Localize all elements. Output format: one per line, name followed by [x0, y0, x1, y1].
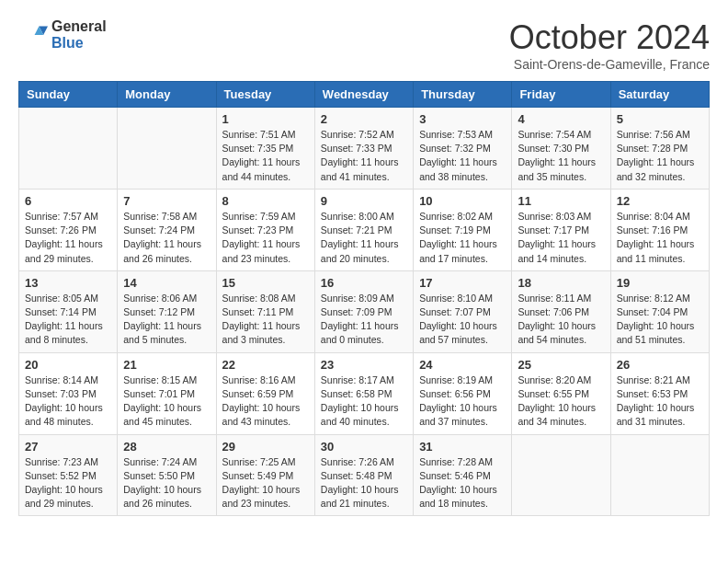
day-info: Sunrise: 7:58 AMSunset: 7:24 PMDaylight:… — [123, 210, 210, 266]
calendar-cell: 11Sunrise: 8:03 AMSunset: 7:17 PMDayligh… — [512, 189, 610, 270]
day-info: Sunrise: 7:52 AMSunset: 7:33 PMDaylight:… — [321, 128, 407, 184]
day-info: Sunrise: 8:16 AMSunset: 6:59 PMDaylight:… — [222, 373, 309, 430]
day-info: Sunrise: 7:24 AMSunset: 5:50 PMDaylight:… — [123, 455, 210, 511]
day-info: Sunrise: 7:25 AMSunset: 5:49 PMDaylight:… — [222, 455, 309, 511]
title-block: October 2024 Saint-Orens-de-Gameville, F… — [509, 18, 710, 72]
day-number: 19 — [617, 276, 703, 290]
calendar-week-row: 1Sunrise: 7:51 AMSunset: 7:35 PMDaylight… — [19, 108, 710, 190]
weekday-header-thursday: Thursday — [414, 82, 512, 108]
month-title: October 2024 — [509, 18, 710, 57]
weekday-header-saturday: Saturday — [610, 82, 709, 108]
day-info: Sunrise: 8:12 AMSunset: 7:04 PMDaylight:… — [617, 292, 703, 348]
day-info: Sunrise: 7:54 AMSunset: 7:30 PMDaylight:… — [518, 128, 604, 184]
day-info: Sunrise: 8:00 AMSunset: 7:21 PMDaylight:… — [321, 210, 407, 266]
weekday-header-tuesday: Tuesday — [216, 82, 314, 108]
calendar-cell: 4Sunrise: 7:54 AMSunset: 7:30 PMDaylight… — [512, 108, 610, 190]
day-number: 17 — [419, 276, 506, 290]
day-number: 21 — [123, 358, 210, 372]
day-info: Sunrise: 8:10 AMSunset: 7:07 PMDaylight:… — [419, 292, 506, 348]
day-number: 22 — [222, 358, 309, 372]
calendar-cell: 3Sunrise: 7:53 AMSunset: 7:32 PMDaylight… — [414, 108, 512, 190]
calendar-table: SundayMondayTuesdayWednesdayThursdayFrid… — [18, 81, 710, 516]
day-number: 3 — [419, 112, 506, 126]
calendar-cell: 14Sunrise: 8:06 AMSunset: 7:12 PMDayligh… — [118, 270, 216, 352]
day-number: 16 — [321, 276, 407, 290]
day-info: Sunrise: 7:26 AMSunset: 5:48 PMDaylight:… — [321, 455, 407, 511]
day-number: 26 — [617, 358, 703, 372]
day-info: Sunrise: 8:04 AMSunset: 7:16 PMDaylight:… — [617, 210, 703, 266]
weekday-header-friday: Friday — [512, 82, 610, 108]
logo-blue: Blue — [51, 35, 107, 52]
weekday-header-sunday: Sunday — [19, 82, 118, 108]
day-number: 27 — [25, 440, 111, 454]
day-number: 14 — [123, 276, 210, 290]
day-info: Sunrise: 8:06 AMSunset: 7:12 PMDaylight:… — [123, 292, 210, 348]
day-number: 25 — [518, 358, 604, 372]
day-info: Sunrise: 8:19 AMSunset: 6:56 PMDaylight:… — [419, 373, 506, 430]
day-info: Sunrise: 8:17 AMSunset: 6:58 PMDaylight:… — [321, 373, 407, 430]
day-info: Sunrise: 8:02 AMSunset: 7:19 PMDaylight:… — [419, 210, 506, 266]
day-number: 6 — [25, 194, 111, 208]
calendar-cell: 13Sunrise: 8:05 AMSunset: 7:14 PMDayligh… — [19, 270, 118, 352]
weekday-header-row: SundayMondayTuesdayWednesdayThursdayFrid… — [19, 82, 710, 108]
calendar-cell: 28Sunrise: 7:24 AMSunset: 5:50 PMDayligh… — [118, 434, 216, 516]
calendar-cell: 16Sunrise: 8:09 AMSunset: 7:09 PMDayligh… — [314, 270, 413, 352]
day-info: Sunrise: 8:15 AMSunset: 7:01 PMDaylight:… — [123, 373, 210, 430]
day-number: 29 — [222, 440, 309, 454]
calendar-week-row: 13Sunrise: 8:05 AMSunset: 7:14 PMDayligh… — [19, 270, 710, 352]
calendar-week-row: 27Sunrise: 7:23 AMSunset: 5:52 PMDayligh… — [19, 434, 710, 516]
day-number: 13 — [25, 276, 111, 290]
calendar-cell: 21Sunrise: 8:15 AMSunset: 7:01 PMDayligh… — [118, 352, 216, 434]
calendar-cell: 20Sunrise: 8:14 AMSunset: 7:03 PMDayligh… — [19, 352, 118, 434]
day-number: 5 — [617, 112, 703, 126]
calendar-cell — [118, 108, 216, 190]
day-info: Sunrise: 8:05 AMSunset: 7:14 PMDaylight:… — [25, 292, 111, 348]
day-number: 30 — [321, 440, 407, 454]
calendar-cell: 8Sunrise: 7:59 AMSunset: 7:23 PMDaylight… — [216, 189, 314, 270]
day-info: Sunrise: 8:14 AMSunset: 7:03 PMDaylight:… — [25, 373, 111, 430]
calendar-cell: 9Sunrise: 8:00 AMSunset: 7:21 PMDaylight… — [314, 189, 413, 270]
day-number: 20 — [25, 358, 111, 372]
calendar-cell: 19Sunrise: 8:12 AMSunset: 7:04 PMDayligh… — [610, 270, 709, 352]
calendar-cell: 6Sunrise: 7:57 AMSunset: 7:26 PMDaylight… — [19, 189, 118, 270]
day-info: Sunrise: 8:11 AMSunset: 7:06 PMDaylight:… — [518, 292, 604, 348]
logo: General Blue — [18, 18, 107, 51]
calendar-cell: 29Sunrise: 7:25 AMSunset: 5:49 PMDayligh… — [216, 434, 314, 516]
day-number: 8 — [222, 194, 309, 208]
calendar-cell: 10Sunrise: 8:02 AMSunset: 7:19 PMDayligh… — [414, 189, 512, 270]
day-number: 24 — [419, 358, 506, 372]
weekday-header-wednesday: Wednesday — [314, 82, 413, 108]
day-info: Sunrise: 8:20 AMSunset: 6:55 PMDaylight:… — [518, 373, 604, 430]
calendar-week-row: 20Sunrise: 8:14 AMSunset: 7:03 PMDayligh… — [19, 352, 710, 434]
calendar-cell: 23Sunrise: 8:17 AMSunset: 6:58 PMDayligh… — [314, 352, 413, 434]
day-info: Sunrise: 8:21 AMSunset: 6:53 PMDaylight:… — [617, 373, 703, 430]
calendar-cell: 18Sunrise: 8:11 AMSunset: 7:06 PMDayligh… — [512, 270, 610, 352]
calendar-week-row: 6Sunrise: 7:57 AMSunset: 7:26 PMDaylight… — [19, 189, 710, 270]
calendar-cell: 5Sunrise: 7:56 AMSunset: 7:28 PMDaylight… — [610, 108, 709, 190]
day-info: Sunrise: 7:57 AMSunset: 7:26 PMDaylight:… — [25, 210, 111, 266]
calendar-cell: 7Sunrise: 7:58 AMSunset: 7:24 PMDaylight… — [118, 189, 216, 270]
day-number: 18 — [518, 276, 604, 290]
day-info: Sunrise: 7:53 AMSunset: 7:32 PMDaylight:… — [419, 128, 506, 184]
calendar-cell: 22Sunrise: 8:16 AMSunset: 6:59 PMDayligh… — [216, 352, 314, 434]
calendar-cell: 15Sunrise: 8:08 AMSunset: 7:11 PMDayligh… — [216, 270, 314, 352]
day-number: 11 — [518, 194, 604, 208]
calendar-cell: 27Sunrise: 7:23 AMSunset: 5:52 PMDayligh… — [19, 434, 118, 516]
location-subtitle: Saint-Orens-de-Gameville, France — [509, 57, 710, 72]
day-info: Sunrise: 8:03 AMSunset: 7:17 PMDaylight:… — [518, 210, 604, 266]
page-header: General Blue October 2024 Saint-Orens-de… — [18, 18, 710, 72]
day-info: Sunrise: 7:28 AMSunset: 5:46 PMDaylight:… — [419, 455, 506, 511]
day-number: 10 — [419, 194, 506, 208]
calendar-cell — [610, 434, 709, 516]
calendar-cell: 24Sunrise: 8:19 AMSunset: 6:56 PMDayligh… — [414, 352, 512, 434]
day-info: Sunrise: 7:56 AMSunset: 7:28 PMDaylight:… — [617, 128, 703, 184]
day-info: Sunrise: 7:59 AMSunset: 7:23 PMDaylight:… — [222, 210, 309, 266]
calendar-cell — [19, 108, 118, 190]
logo-icon — [18, 20, 48, 50]
day-number: 4 — [518, 112, 604, 126]
calendar-cell: 25Sunrise: 8:20 AMSunset: 6:55 PMDayligh… — [512, 352, 610, 434]
day-info: Sunrise: 7:51 AMSunset: 7:35 PMDaylight:… — [222, 128, 309, 184]
calendar-cell: 31Sunrise: 7:28 AMSunset: 5:46 PMDayligh… — [414, 434, 512, 516]
day-number: 2 — [321, 112, 407, 126]
day-number: 31 — [419, 440, 506, 454]
